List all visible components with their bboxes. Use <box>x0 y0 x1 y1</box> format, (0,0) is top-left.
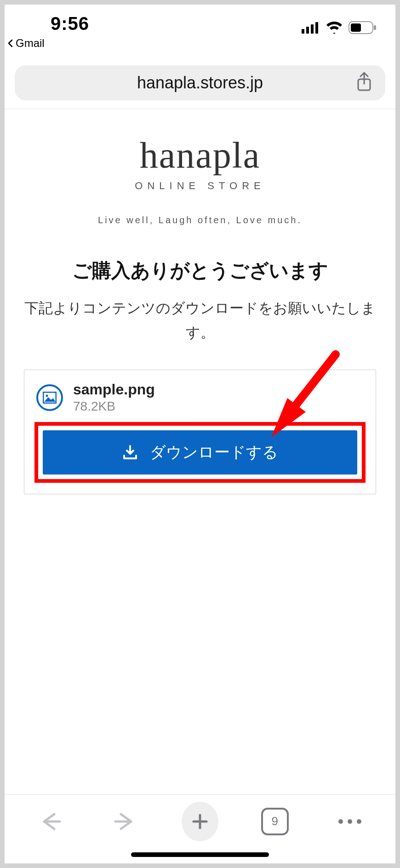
back-to-app[interactable]: Gmail <box>5 37 395 52</box>
file-name: sample.png <box>73 381 155 398</box>
menu-button[interactable] <box>331 803 368 840</box>
page-content: hanapla ONLINE STORE Live well, Laugh of… <box>5 109 395 794</box>
download-button[interactable]: ダウンロードする <box>43 430 357 475</box>
tabs-count: 9 <box>272 814 278 828</box>
svg-rect-6 <box>374 25 376 30</box>
download-icon <box>122 445 138 460</box>
back-button[interactable] <box>32 803 69 840</box>
share-button[interactable] <box>355 71 373 95</box>
svg-point-9 <box>46 394 48 397</box>
image-file-icon <box>36 384 63 411</box>
status-icons <box>302 21 377 34</box>
page-subtitle: 下記よりコンテンツのダウンロードをお願いいたします。 <box>14 296 386 345</box>
share-icon <box>355 71 373 93</box>
arrow-right-icon <box>113 811 137 832</box>
back-app-label: Gmail <box>16 37 45 50</box>
arrow-left-icon <box>38 811 63 832</box>
download-card: sample.png 78.2KB ダウンロードする <box>24 370 376 494</box>
battery-icon <box>349 21 377 34</box>
address-bar-text: hanapla.stores.jp <box>137 73 263 93</box>
address-bar[interactable]: hanapla.stores.jp <box>15 65 385 100</box>
svg-rect-5 <box>351 23 361 32</box>
file-size: 78.2KB <box>73 399 155 414</box>
forward-button[interactable] <box>107 803 143 840</box>
svg-rect-2 <box>311 24 314 34</box>
svg-rect-3 <box>315 22 318 34</box>
cellular-icon <box>302 22 320 34</box>
annotation-highlight: ダウンロードする <box>34 422 366 483</box>
logo-script-text: hanapla <box>14 137 386 174</box>
store-logo: hanapla ONLINE STORE Live well, Laugh of… <box>14 137 386 226</box>
page-title: ご購入ありがとうございます <box>14 258 386 284</box>
file-row: sample.png 78.2KB <box>34 381 366 414</box>
wifi-icon <box>326 22 343 34</box>
new-tab-button[interactable] <box>182 803 218 840</box>
svg-rect-1 <box>306 27 309 34</box>
download-button-label: ダウンロードする <box>150 442 278 463</box>
logo-tagline: Live well, Laugh often, Love much. <box>14 215 386 226</box>
back-caret-icon <box>6 39 15 47</box>
tabs-button[interactable]: 9 <box>257 803 293 840</box>
svg-rect-0 <box>302 29 304 34</box>
more-icon <box>338 819 361 824</box>
home-indicator[interactable] <box>131 852 269 857</box>
status-bar: 9:56 <box>5 5 395 37</box>
status-time: 9:56 <box>23 13 89 34</box>
logo-subtitle: ONLINE STORE <box>14 180 386 192</box>
plus-icon <box>191 812 209 831</box>
